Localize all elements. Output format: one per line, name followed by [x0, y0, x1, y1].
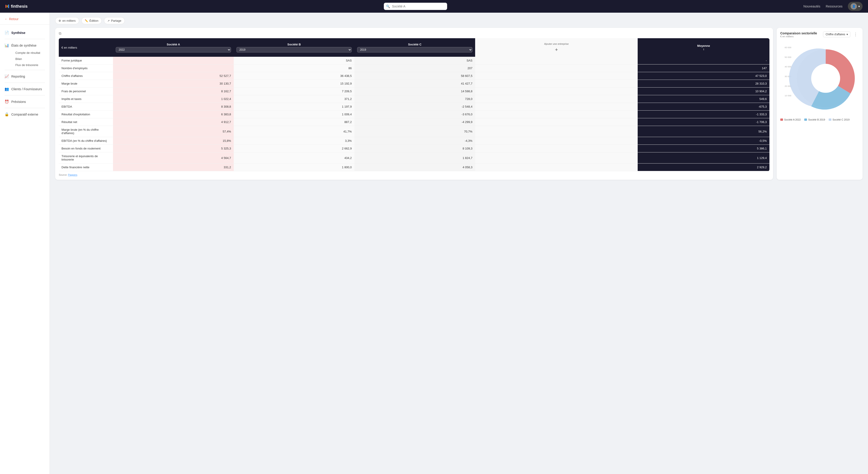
row-val-a [113, 57, 234, 64]
row-val-a: 15,8% [113, 137, 234, 145]
row-val-a: 52 527,7 [113, 72, 234, 80]
btn-milliers[interactable]: ⚙ en milliers [55, 17, 79, 24]
reporting-icon: 📈 [4, 74, 9, 79]
row-add-cell [475, 88, 638, 95]
sidebar: ← Retour 📄 Synthèse 📊 États de synthèse … [0, 13, 50, 474]
row-add-cell [475, 57, 638, 64]
clients-icon: 👥 [4, 87, 9, 91]
sidebar-divider-5 [4, 108, 45, 108]
top-navigation: finthesis 🔍 Nouveautés Ressources 👤 ▾ [0, 0, 868, 13]
nav-right: Nouveautés Ressources 👤 ▾ [803, 2, 863, 11]
chart-metric-selector[interactable]: Chiffre d'affaires ▾ [823, 31, 850, 37]
chart-controls: Chiffre d'affaires ▾ ⋮ [823, 31, 859, 37]
company-a-year-select[interactable]: 202220212020 [116, 47, 231, 53]
sidebar-divider-4 [4, 95, 45, 95]
btn-partage[interactable]: ↗ Partage [104, 17, 125, 24]
row-val-b: 434,2 [234, 152, 354, 164]
row-add-cell [475, 95, 638, 103]
row-val-moy: -675,3 [638, 103, 770, 111]
row-val-moy: - [638, 57, 770, 64]
sidebar-item-label-etats: États de synthèse [11, 43, 36, 47]
row-val-moy: 5 386,1 [638, 145, 770, 152]
sidebar-item-etats[interactable]: 📊 États de synthèse [0, 41, 50, 50]
sidebar-item-reporting[interactable]: 📈 Reporting [0, 72, 50, 81]
svg-point-7 [811, 64, 840, 93]
row-val-b: 887,2 [234, 118, 354, 126]
company-c-year-select[interactable]: 20192020 [357, 47, 472, 53]
nav-link-nouveautes[interactable]: Nouveautés [803, 4, 820, 8]
col-header-moyenne: Moyenne ℹ [638, 38, 770, 57]
sidebar-section-synthese: 📄 Synthèse [0, 28, 50, 37]
legend-label-a: Société A 2022 [784, 118, 801, 121]
col-header-societe-b: Société B 20192020 [234, 38, 354, 57]
avatar-button[interactable]: 👤 ▾ [848, 2, 863, 11]
moyenne-label: Moyenne [640, 44, 767, 48]
back-button[interactable]: ← Retour [0, 17, 50, 25]
row-val-a: 5 325,3 [113, 145, 234, 152]
logo-text: finthesis [11, 4, 28, 9]
back-arrow-icon: ← [4, 17, 8, 21]
nav-link-ressources[interactable]: Ressources [826, 4, 842, 8]
legend-item-a: Société A 2022 [780, 118, 801, 121]
back-label: Retour [9, 17, 19, 21]
row-label: Nombre d'employés [59, 64, 113, 72]
sidebar-section-comparatif: 🔒 Comparatif externe [0, 110, 50, 119]
row-val-c: -4 299,9 [354, 118, 475, 126]
sidebar-section-etats: 📊 États de synthèse Compte de résultat B… [0, 41, 50, 68]
chart-title: Comparaison sectorielle [780, 31, 817, 35]
row-add-cell [475, 72, 638, 80]
source-text: Source: Pappers [59, 174, 770, 176]
sidebar-sub-compte[interactable]: Compte de résultat [10, 50, 50, 56]
sidebar-item-previsions[interactable]: ⏰ Prévisions [0, 97, 50, 106]
row-add-cell [475, 111, 638, 118]
previsions-icon: ⏰ [4, 99, 9, 104]
row-val-b: 36 438,5 [234, 72, 354, 80]
row-val-c: -2 548,4 [354, 103, 475, 111]
add-company-button[interactable]: Ajouter une entreprise + [478, 40, 635, 55]
table-row: Forme juridique SAS SAS - [59, 57, 770, 64]
table-row: Chiffre d'affaires 52 527,7 36 438,5 58 … [59, 72, 770, 80]
row-val-moy: -0,5% [638, 137, 770, 145]
sidebar-divider-3 [4, 83, 45, 83]
sidebar-item-clients[interactable]: 👥 Clients / Fournisseurs [0, 85, 50, 93]
row-val-a: 8 308,8 [113, 103, 234, 111]
chart-more-options[interactable]: ⋮ [852, 31, 859, 37]
copy-icon[interactable]: ⧉ [59, 31, 770, 35]
row-add-cell [475, 118, 638, 126]
sidebar-item-synthese[interactable]: 📄 Synthèse [0, 28, 50, 37]
btn-edition[interactable]: ✏️ Édition [81, 17, 102, 24]
row-label: Résultat net [59, 118, 113, 126]
sidebar-sub-flux[interactable]: Flux de trésorerie [10, 62, 50, 68]
chart-card: Comparaison sectorielle € en milliers Ch… [777, 28, 863, 180]
row-val-c: 1 824,7 [354, 152, 475, 164]
chart-header: Comparaison sectorielle € en milliers Ch… [780, 31, 859, 38]
row-val-moy: 549,6 [638, 95, 770, 103]
sidebar-sub-bilan[interactable]: Bilan [10, 56, 50, 62]
legend-item-b: Société B 2019 [804, 118, 825, 121]
row-add-cell [475, 137, 638, 145]
chart-selector-label: Chiffre d'affaires [826, 33, 845, 36]
table-card: ⧉ € en milliers Société A 202220212020 [55, 28, 773, 180]
row-val-b: 371,2 [234, 95, 354, 103]
legend-dot-b [804, 119, 807, 121]
search-input[interactable] [384, 3, 447, 10]
sidebar-item-label-clients: Clients / Fournisseurs [11, 87, 42, 91]
sidebar-item-label-reporting: Reporting [11, 75, 25, 78]
row-add-cell [475, 145, 638, 152]
row-val-c: 8 109,3 [354, 145, 475, 152]
company-b-year-select[interactable]: 20192020 [237, 47, 352, 53]
row-val-c: 728,0 [354, 95, 475, 103]
row-val-a: 4 912,7 [113, 118, 234, 126]
row-val-b: 1 800,0 [234, 164, 354, 171]
content-area: ⧉ € en milliers Société A 202220212020 [55, 28, 863, 180]
row-val-b: 41,7% [234, 126, 354, 137]
row-val-moy: 10 904,2 [638, 88, 770, 95]
sidebar-item-comparatif[interactable]: 🔒 Comparatif externe [0, 110, 50, 119]
row-val-a: 6 383,8 [113, 111, 234, 118]
row-val-moy: 56,2% [638, 126, 770, 137]
source-link[interactable]: Pappers [68, 174, 77, 176]
table-row: Besoin en fonds de roulement 5 325,3 2 6… [59, 145, 770, 152]
row-label: Impôts et taxes [59, 95, 113, 103]
comparatif-icon: 🔒 [4, 112, 9, 116]
row-add-cell [475, 64, 638, 72]
